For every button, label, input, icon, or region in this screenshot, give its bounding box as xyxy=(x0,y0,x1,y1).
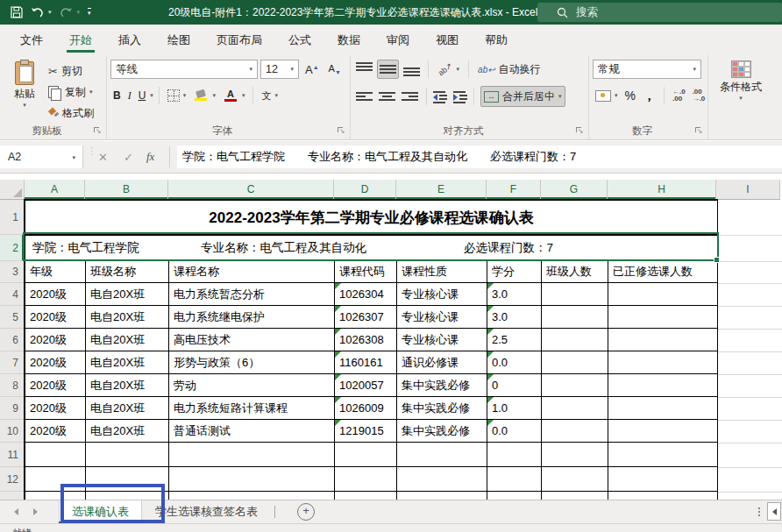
cell-r8c2[interactable]: 劳动 xyxy=(169,374,335,396)
cell-empty[interactable] xyxy=(25,467,86,491)
prev-sheet-icon[interactable] xyxy=(14,508,18,515)
cell-empty[interactable] xyxy=(397,492,487,500)
cell-r10c0[interactable]: 2020级 xyxy=(25,420,86,442)
name-box[interactable]: A2 ▾ xyxy=(0,145,83,168)
undo-icon[interactable] xyxy=(31,7,44,18)
cell-r5c3[interactable]: 1026307 xyxy=(335,306,397,328)
column-header-C[interactable]: C xyxy=(168,180,334,200)
sheet-tab-confirmation[interactable]: 选课确认表 xyxy=(59,500,142,523)
conditional-formatting-button[interactable]: 条件格式 ▾ xyxy=(715,60,766,102)
cell-r8c1[interactable]: 电自20X班 xyxy=(86,374,169,396)
cell-r8c0[interactable]: 2020级 xyxy=(25,374,86,396)
cell-r4c5[interactable]: 3.0 xyxy=(487,283,542,305)
cell-empty[interactable] xyxy=(335,443,397,466)
cell-r7c3[interactable]: 1160161 xyxy=(335,351,397,373)
cell-r5c4[interactable]: 专业核心课 xyxy=(397,306,487,328)
comma-style-button[interactable]: ， xyxy=(640,86,658,105)
font-size-combo[interactable]: 12 ▾ xyxy=(260,60,299,79)
cell-r9c2[interactable]: 电力系统短路计算课程 xyxy=(169,397,335,419)
cell-info-row[interactable]: 学院：电气工程学院专业名称：电气工程及其自动化必选课程门数：7 xyxy=(25,236,717,260)
cell-empty[interactable] xyxy=(169,443,335,466)
cell-empty[interactable] xyxy=(86,492,169,500)
decrease-decimal-button[interactable]: .00 →.0 xyxy=(690,89,708,103)
cell-empty[interactable] xyxy=(169,467,335,491)
cell-r7c0[interactable]: 2020级 xyxy=(25,351,86,373)
cell-r8c5[interactable]: 0 xyxy=(487,374,542,396)
cell-r5c7[interactable] xyxy=(608,306,717,328)
next-sheet-icon[interactable] xyxy=(33,508,38,515)
shrink-font-button[interactable]: A▼ xyxy=(325,63,345,75)
cell-r9c5[interactable]: 1.0 xyxy=(487,397,542,419)
row-header-10[interactable]: 10 xyxy=(0,420,25,443)
row-header-7[interactable]: 7 xyxy=(0,351,25,374)
row-header-1[interactable]: 1 xyxy=(0,200,25,235)
column-header-H[interactable]: H xyxy=(608,180,716,200)
sheet-tab-signature[interactable]: 学生选课核查签名表 xyxy=(142,500,271,523)
italic-button[interactable]: I xyxy=(125,86,134,105)
cell-r6c0[interactable]: 2020级 xyxy=(25,329,86,351)
tab-insert[interactable]: 插入 xyxy=(105,25,154,55)
cell-empty[interactable] xyxy=(25,492,86,500)
formula-input[interactable]: 学院：电气工程学院 专业名称：电气工程及其自动化 必选课程门数：7 xyxy=(177,145,782,168)
cell-r10c1[interactable]: 电自20X班 xyxy=(86,420,169,442)
hscroll-left-button[interactable] xyxy=(767,502,781,521)
cell-r10c3[interactable]: 1219015 xyxy=(335,420,397,442)
cell-empty[interactable] xyxy=(542,492,608,500)
increase-indent-icon[interactable] xyxy=(453,90,467,103)
column-header-E[interactable]: E xyxy=(396,180,487,200)
underline-button[interactable]: U xyxy=(136,86,149,105)
row-header-8[interactable]: 8 xyxy=(0,374,25,397)
align-right-button[interactable] xyxy=(400,88,420,105)
column-header-B[interactable]: B xyxy=(85,180,168,200)
cell-header-4[interactable]: 课程性质 xyxy=(397,261,487,282)
cell-r9c3[interactable]: 1026009 xyxy=(335,397,397,419)
cell-r8c3[interactable]: 1020057 xyxy=(335,374,397,396)
row-header-2[interactable]: 2 xyxy=(0,235,25,261)
align-middle-button[interactable] xyxy=(377,60,399,79)
cell-r7c7[interactable] xyxy=(608,351,717,373)
cell-r7c6[interactable] xyxy=(542,351,608,373)
align-bottom-button[interactable] xyxy=(402,60,422,78)
column-header-I[interactable]: I xyxy=(716,180,780,200)
cell-r9c6[interactable] xyxy=(542,397,608,419)
cell-r6c5[interactable]: 2.5 xyxy=(487,329,542,351)
cell-r8c6[interactable] xyxy=(542,374,608,396)
cell-empty[interactable] xyxy=(335,492,397,500)
insert-function-icon[interactable]: fx xyxy=(146,150,154,164)
cell-empty[interactable] xyxy=(169,492,335,500)
cell-r5c6[interactable] xyxy=(542,306,608,328)
cell-r4c2[interactable]: 电力系统暂态分析 xyxy=(169,283,335,305)
column-header-G[interactable]: G xyxy=(541,180,608,200)
cell-r6c2[interactable]: 高电压技术 xyxy=(169,329,335,351)
cell-r4c6[interactable] xyxy=(542,283,608,305)
row-header-3[interactable]: 3 xyxy=(0,261,25,283)
format-painter-button[interactable]: 格式刷 xyxy=(46,103,96,123)
bold-button[interactable]: B xyxy=(110,86,124,105)
increase-decimal-button[interactable]: ←.0 .00 xyxy=(670,89,688,103)
tab-help[interactable]: 帮助 xyxy=(472,25,521,55)
cell-r4c1[interactable]: 电自20X班 xyxy=(86,283,169,305)
tab-page-layout[interactable]: 页面布局 xyxy=(203,25,275,55)
cell-header-6[interactable]: 班级人数 xyxy=(542,261,608,282)
cell-empty[interactable] xyxy=(86,467,169,491)
cell-header-0[interactable]: 年级 xyxy=(25,261,86,282)
cell-empty[interactable] xyxy=(542,443,608,466)
column-header-A[interactable]: A xyxy=(25,180,85,200)
paste-button[interactable]: 粘贴 ▾ xyxy=(4,60,46,123)
cell-empty[interactable] xyxy=(608,467,717,491)
cut-button[interactable]: ✂ 剪切 xyxy=(46,61,96,81)
cell-empty[interactable] xyxy=(86,443,169,466)
cell-r6c6[interactable] xyxy=(542,329,608,351)
clipboard-dialog-launcher-icon[interactable]: ↘ xyxy=(94,127,103,136)
cell-empty[interactable] xyxy=(608,443,717,466)
cell-empty[interactable] xyxy=(25,443,86,466)
tab-formulas[interactable]: 公式 xyxy=(275,25,324,55)
cell-r10c4[interactable]: 集中实践必修 xyxy=(397,420,487,442)
cell-r6c4[interactable]: 专业核心课 xyxy=(397,329,487,351)
row-header-4[interactable]: 4 xyxy=(0,283,25,306)
borders-button[interactable]: ▾ xyxy=(165,86,189,105)
cell-r5c5[interactable]: 3.0 xyxy=(487,306,542,328)
grow-font-button[interactable]: A▲ xyxy=(302,63,323,76)
cell-r10c5[interactable]: 0.0 xyxy=(487,420,542,442)
number-format-combo[interactable]: 常规 ▾ xyxy=(593,60,701,79)
